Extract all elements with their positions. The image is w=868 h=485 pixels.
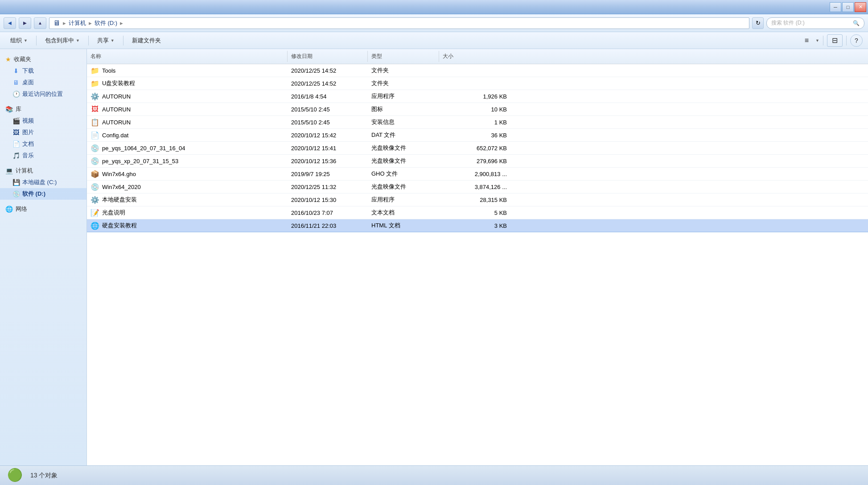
file-type-cell: 应用程序 <box>368 90 439 103</box>
file-name-text: Config.dat <box>102 132 128 139</box>
breadcrumb-sep-2: ► <box>88 21 93 26</box>
table-row[interactable]: 📋 AUTORUN 2015/5/10 2:45 安装信息 1 KB <box>87 116 868 129</box>
file-type-text: GHO 文件 <box>371 170 398 178</box>
file-type-text: 光盘映像文件 <box>371 144 406 152</box>
breadcrumb-icon[interactable]: 🖥 <box>53 19 60 27</box>
sidebar-item-drive-c[interactable]: 💾 本地磁盘 (C:) <box>0 177 86 188</box>
sidebar-libraries-header[interactable]: 📚 库 <box>0 103 86 115</box>
col-header-modified[interactable]: 修改日期 <box>288 51 368 62</box>
sidebar-item-music[interactable]: 🎵 音乐 <box>0 150 86 161</box>
file-type-text: 文件夹 <box>371 79 389 87</box>
file-size-cell <box>439 77 510 90</box>
breadcrumb-computer[interactable]: 计算机 <box>69 19 86 27</box>
file-name-text: Win7x64_2020 <box>102 184 141 190</box>
table-row[interactable]: ⚙️ AUTORUN 2016/1/8 4:54 应用程序 1,926 KB <box>87 90 868 103</box>
titlebar: ─ □ ✕ <box>0 0 868 14</box>
file-type-cell: GHO 文件 <box>368 168 439 180</box>
new-folder-button[interactable]: 新建文件夹 <box>127 34 166 47</box>
table-row[interactable]: 📝 光盘说明 2016/10/23 7:07 文本文档 5 KB <box>87 206 868 219</box>
dat-icon: 📄 <box>91 131 99 140</box>
table-row[interactable]: 📁 Tools 2020/12/25 14:52 文件夹 <box>87 64 868 77</box>
sidebar-item-recent[interactable]: 🕐 最近访问的位置 <box>0 88 86 100</box>
help-button[interactable]: ? <box>850 34 863 47</box>
file-size-text: 652,072 KB <box>477 145 507 152</box>
file-type-cell: HTML 文档 <box>368 219 439 232</box>
maximize-button[interactable]: □ <box>842 2 854 12</box>
sidebar-item-video[interactable]: 🎬 视频 <box>0 115 86 127</box>
file-type-cell: 文件夹 <box>368 77 439 90</box>
gho-icon: 📦 <box>91 169 99 178</box>
html-icon: 🌐 <box>91 221 99 230</box>
breadcrumb-sep-3: ► <box>119 21 124 26</box>
file-name-text: 硬盘安装教程 <box>102 222 137 230</box>
table-row[interactable]: 🌐 硬盘安装教程 2016/11/21 22:03 HTML 文档 3 KB <box>87 219 868 232</box>
recent-icon: 🕐 <box>12 90 20 98</box>
file-modified-text: 2020/10/12 15:36 <box>291 158 336 164</box>
file-name-cell: 📄 Config.dat <box>87 129 288 141</box>
sidebar-item-pictures[interactable]: 🖼 图片 <box>0 127 86 138</box>
sidebar-favorites-header[interactable]: ★ 收藏夹 <box>0 53 86 65</box>
file-modified-cell: 2020/10/12 15:42 <box>288 129 368 141</box>
file-size-cell: 3,874,126 ... <box>439 181 510 193</box>
include-button[interactable]: 包含到库中 ▼ <box>40 34 85 47</box>
organize-button[interactable]: 组织 ▼ <box>5 34 33 47</box>
breadcrumb-drive[interactable]: 软件 (D:) <box>95 19 117 27</box>
table-row[interactable]: 📦 Win7x64.gho 2019/9/7 19:25 GHO 文件 2,90… <box>87 168 868 181</box>
back-button[interactable]: ◄ <box>4 17 16 29</box>
file-modified-cell: 2016/10/23 7:07 <box>288 206 368 219</box>
share-button[interactable]: 共享 ▼ <box>92 34 119 47</box>
table-row[interactable]: 📁 U盘安装教程 2020/12/25 14:52 文件夹 <box>87 77 868 90</box>
views-button[interactable]: ≡ <box>800 34 814 47</box>
libraries-icon: 📚 <box>5 106 13 113</box>
breadcrumb-sep-1: ► <box>62 21 67 26</box>
up-button[interactable]: ▲ <box>34 17 46 29</box>
forward-button[interactable]: ► <box>19 17 31 29</box>
network-label: 网络 <box>16 205 27 213</box>
table-row[interactable]: 💿 pe_yqs_xp_20_07_31_15_53 2020/10/12 15… <box>87 155 868 168</box>
star-icon: ★ <box>5 56 11 63</box>
file-name-cell: 🌐 硬盘安装教程 <box>87 219 288 232</box>
refresh-button[interactable]: ↻ <box>752 17 764 29</box>
file-name-cell: 📋 AUTORUN <box>87 116 288 128</box>
sidebar-item-documents[interactable]: 📄 文档 <box>0 138 86 150</box>
file-type-text: 光盘映像文件 <box>371 157 406 165</box>
file-name-cell: 💿 Win7x64_2020 <box>87 181 288 193</box>
table-row[interactable]: 💿 Win7x64_2020 2020/12/25 11:32 光盘映像文件 3… <box>87 181 868 193</box>
table-row[interactable]: 📄 Config.dat 2020/10/12 15:42 DAT 文件 36 … <box>87 129 868 142</box>
table-row[interactable]: 🖼 AUTORUN 2015/5/10 2:45 图标 10 KB <box>87 103 868 116</box>
views-arrow: ▼ <box>815 38 819 43</box>
sidebar-item-desktop[interactable]: 🖥 桌面 <box>0 77 86 88</box>
pictures-label: 图片 <box>22 128 34 136</box>
minimize-button[interactable]: ─ <box>830 2 841 12</box>
col-header-size[interactable]: 大小 <box>439 51 510 62</box>
col-header-type[interactable]: 类型 <box>368 51 439 62</box>
titlebar-buttons: ─ □ ✕ <box>830 2 866 12</box>
search-icon[interactable]: 🔍 <box>853 20 860 26</box>
table-row[interactable]: ⚙️ 本地硬盘安装 2020/10/12 15:30 应用程序 28,315 K… <box>87 193 868 206</box>
file-type-cell: 应用程序 <box>368 193 439 206</box>
file-modified-cell: 2020/10/12 15:36 <box>288 155 368 167</box>
drive-c-label: 本地磁盘 (C:) <box>22 178 57 186</box>
file-name-cell: ⚙️ AUTORUN <box>87 90 288 103</box>
preview-button[interactable]: ⊟ <box>827 34 843 47</box>
file-size-cell: 36 KB <box>439 129 510 141</box>
table-row[interactable]: 💿 pe_yqs_1064_20_07_31_16_04 2020/10/12 … <box>87 142 868 155</box>
file-modified-text: 2020/12/25 11:32 <box>291 184 336 190</box>
recent-label: 最近访问的位置 <box>22 90 63 98</box>
file-list: 📁 Tools 2020/12/25 14:52 文件夹 📁 U盘安装教程 20… <box>87 64 868 232</box>
sidebar-item-drive-d[interactable]: 💿 软件 (D:) <box>0 188 86 200</box>
txt-icon: 📝 <box>91 208 99 217</box>
iso-icon: 💿 <box>91 144 99 152</box>
column-headers: 名称 修改日期 类型 大小 <box>87 49 868 64</box>
sidebar-network-header[interactable]: 🌐 网络 <box>0 203 86 215</box>
close-button[interactable]: ✕ <box>855 2 866 12</box>
col-header-name[interactable]: 名称 <box>87 51 288 62</box>
music-label: 音乐 <box>22 152 34 160</box>
file-type-cell: 光盘映像文件 <box>368 142 439 154</box>
file-modified-cell: 2020/10/12 15:30 <box>288 193 368 206</box>
sidebar-computer-header[interactable]: 💻 计算机 <box>0 165 86 177</box>
file-size-text: 1,926 KB <box>483 93 507 100</box>
drive-c-icon: 💾 <box>12 179 20 186</box>
file-name-cell: 📝 光盘说明 <box>87 206 288 219</box>
sidebar-item-downloads[interactable]: ⬇ 下载 <box>0 65 86 77</box>
